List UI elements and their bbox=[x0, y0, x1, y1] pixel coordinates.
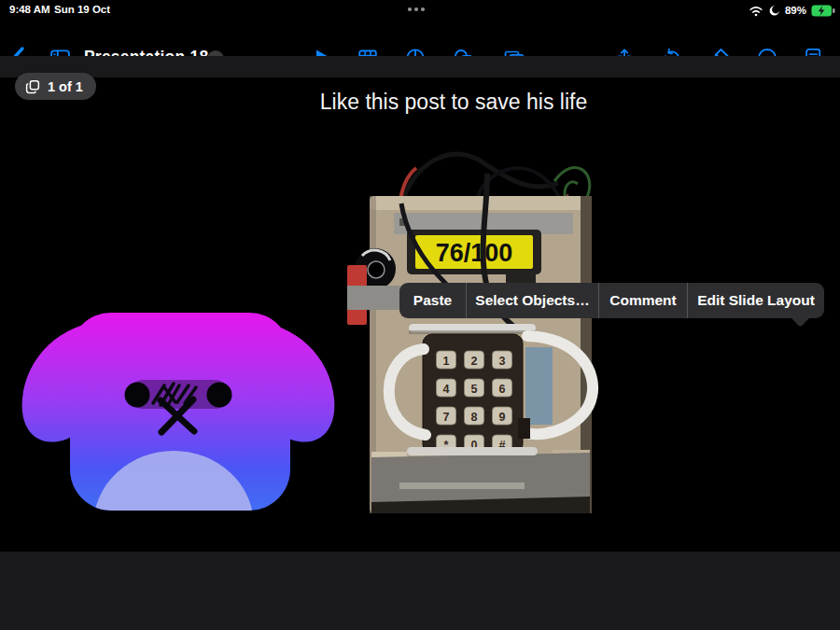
keypad-key: 4 bbox=[443, 383, 450, 396]
battery-percent: 89% bbox=[785, 5, 806, 16]
keynote-app: 9:48 AM Sun 19 Oct 89% Presentation 18 bbox=[0, 0, 840, 630]
dog-left-eye bbox=[125, 383, 150, 408]
dog-right-eye bbox=[207, 383, 232, 408]
keypad-key: 9 bbox=[499, 411, 506, 424]
wifi-icon bbox=[749, 5, 763, 17]
clock: 9:48 AM bbox=[9, 4, 50, 15]
dog-character-image[interactable] bbox=[17, 309, 340, 529]
moon-focus-icon bbox=[768, 5, 780, 17]
slide-title-text[interactable]: Like this post to save his life bbox=[67, 90, 840, 115]
status-icons: 89% bbox=[749, 3, 835, 18]
toolbar: Presentation 18 bbox=[0, 21, 840, 56]
keypad-key: 1 bbox=[443, 355, 450, 368]
slides-stack-icon bbox=[24, 78, 41, 95]
date: Sun 19 Oct bbox=[54, 4, 110, 15]
menu-item-paste[interactable]: Paste bbox=[399, 283, 466, 318]
keypad-key: 2 bbox=[471, 355, 478, 368]
menu-item-comment[interactable]: Comment bbox=[599, 283, 687, 318]
status-bar: 9:48 AM Sun 19 Oct 89% bbox=[0, 0, 840, 21]
keypad-key: 6 bbox=[499, 383, 506, 396]
keypad-key: 3 bbox=[499, 355, 506, 368]
menu-item-select-objects[interactable]: Select Objects… bbox=[467, 283, 598, 318]
bomb-display-value: 76/100 bbox=[436, 239, 513, 267]
menu-item-edit-slide-layout[interactable]: Edit Slide Layout bbox=[688, 283, 824, 318]
keypad-key: 5 bbox=[471, 383, 478, 396]
keypad-key: 8 bbox=[471, 411, 478, 424]
edit-context-menu: Paste Select Objects… Comment Edit Slide… bbox=[399, 283, 824, 335]
keypad-key: 7 bbox=[443, 411, 450, 424]
battery-charging-icon bbox=[811, 5, 835, 17]
multitask-indicator-icon bbox=[408, 7, 425, 11]
